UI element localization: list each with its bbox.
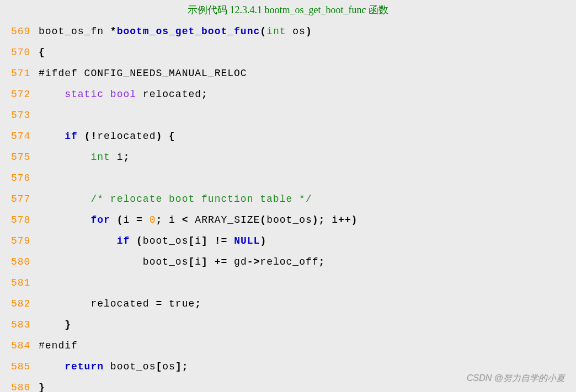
code-content: if (!relocated) { (39, 126, 175, 147)
token: i (325, 214, 338, 225)
token: ; (123, 152, 130, 163)
token: ++) (338, 214, 358, 225)
code-line: 572 static bool relocated; (11, 84, 576, 105)
token (39, 194, 90, 205)
code-content: /* relocate boot function table */ (39, 189, 312, 210)
token: ); (312, 214, 326, 225)
token: boot_os (104, 361, 156, 372)
token: for (90, 214, 110, 225)
token: -> (247, 256, 260, 267)
token: (! (84, 131, 98, 142)
code-content: } (39, 377, 45, 392)
token: ( (260, 26, 266, 37)
token: { (39, 47, 45, 58)
token: reloc_off (260, 256, 318, 267)
token (162, 131, 169, 142)
code-line: 570{ (11, 42, 576, 63)
line-number: 572 (11, 84, 39, 105)
token: i (195, 256, 201, 267)
line-number: 573 (11, 105, 39, 126)
token: bootm_os_get_boot_func (117, 26, 260, 37)
code-content: int i; (39, 147, 130, 168)
token (39, 152, 90, 163)
token: i (195, 235, 201, 246)
token (208, 235, 215, 246)
token: { (169, 131, 175, 142)
code-line: 578 for (i = 0; i < ARRAY_SIZE(boot_os);… (11, 210, 576, 230)
code-content: boot_os[i] += gd->reloc_off; (39, 251, 325, 272)
token: boot_os_fn (39, 26, 110, 37)
token (39, 319, 65, 330)
token: if (117, 235, 130, 246)
code-line: 583 } (11, 314, 576, 335)
token (130, 235, 136, 246)
line-number: 578 (11, 210, 39, 230)
token: = (156, 298, 162, 309)
token: os (286, 26, 306, 37)
code-content: #endif (39, 335, 78, 356)
code-content: for (i = 0; i < ARRAY_SIZE(boot_os); i++… (39, 210, 358, 230)
token (143, 214, 150, 225)
token: i (123, 214, 136, 225)
token: ; (319, 256, 326, 267)
token: ] (201, 256, 208, 267)
token (39, 235, 117, 246)
token: return (65, 361, 104, 372)
token (104, 89, 110, 100)
code-line: 569boot_os_fn *bootm_os_get_boot_func(in… (11, 21, 576, 42)
token: bool (110, 89, 136, 100)
line-number: 569 (11, 21, 39, 42)
token: boot_os (266, 214, 312, 225)
token: [ (156, 361, 162, 372)
code-line: 573 (11, 105, 576, 126)
token: ]; (175, 361, 189, 372)
code-content: } (39, 314, 71, 335)
code-content: relocated = true; (39, 293, 201, 314)
code-content: #ifdef CONFIG_NEEDS_MANUAL_RELOC (39, 63, 247, 84)
token (39, 89, 65, 100)
line-number: 577 (11, 189, 39, 210)
token: boot_os (143, 235, 189, 246)
token: i (110, 152, 124, 163)
line-number: 576 (11, 168, 39, 189)
token: != (215, 235, 228, 246)
listing-title: 示例代码 12.3.4.1 bootm_os_get_boot_func 函数 (0, 3, 576, 17)
token: /* relocate boot function table */ (90, 194, 312, 205)
token: relocated (97, 131, 156, 142)
code-content: boot_os_fn *bootm_os_get_boot_func(int o… (39, 21, 312, 42)
token: relocated (136, 89, 201, 100)
token: true (162, 298, 195, 309)
token: i (162, 214, 182, 225)
token: ; (201, 89, 208, 100)
code-listing-container: 示例代码 12.3.4.1 bootm_os_get_boot_func 函数 … (0, 0, 576, 392)
code-line: 574 if (!relocated) { (11, 126, 576, 147)
token: ) (306, 26, 312, 37)
token: ; (195, 298, 201, 309)
token: #endif (39, 340, 78, 351)
token: 0 (150, 214, 156, 225)
token (39, 214, 90, 225)
line-number: 571 (11, 63, 39, 84)
token: os (162, 361, 175, 372)
line-number: 581 (11, 272, 39, 293)
code-line: 576 (11, 168, 576, 189)
token: ARRAY_SIZE (189, 214, 260, 225)
token (39, 131, 65, 142)
token: ; (156, 214, 163, 225)
line-number: 583 (11, 314, 39, 335)
code-block: 569boot_os_fn *bootm_os_get_boot_func(in… (0, 17, 576, 392)
watermark-text: CSDN @努力自学的小夏 (467, 373, 565, 384)
token (110, 214, 117, 225)
line-number: 570 (11, 42, 39, 63)
code-line: 579 if (boot_os[i] != NULL) (11, 230, 576, 251)
code-line: 575 int i; (11, 147, 576, 168)
token (39, 361, 65, 372)
line-number: 582 (11, 293, 39, 314)
token: if (65, 131, 78, 142)
token (78, 131, 84, 142)
code-line: 571#ifdef CONFIG_NEEDS_MANUAL_RELOC (11, 63, 576, 84)
code-content: static bool relocated; (39, 84, 208, 105)
token: relocated (39, 298, 156, 309)
code-line: 580 boot_os[i] += gd->reloc_off; (11, 251, 576, 272)
code-line: 581 (11, 272, 576, 293)
